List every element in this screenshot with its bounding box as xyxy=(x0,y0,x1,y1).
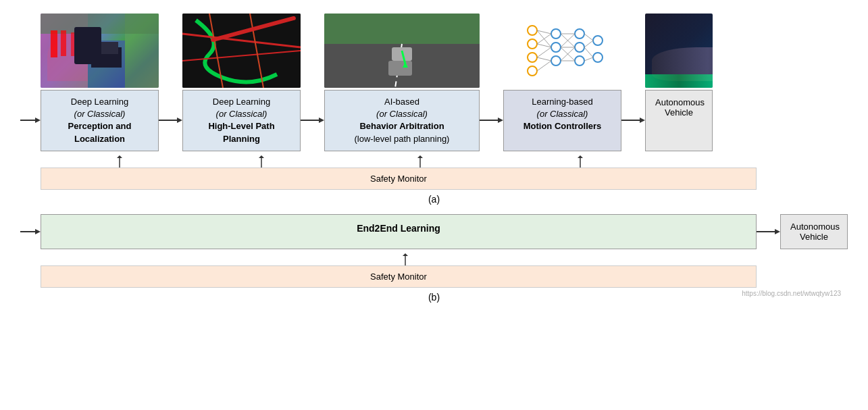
svg-line-47 xyxy=(584,34,593,41)
svg-marker-64 xyxy=(259,155,264,158)
neural-network-svg xyxy=(522,20,603,81)
svg-marker-62 xyxy=(117,155,122,158)
svg-point-30 xyxy=(575,56,584,66)
segmentation-image xyxy=(41,14,159,88)
av-label-a: AutonomousVehicle xyxy=(655,97,703,118)
up-arrow-row-b xyxy=(20,253,848,265)
svg-line-35 xyxy=(537,34,551,44)
svg-line-48 xyxy=(584,41,593,47)
road-image xyxy=(324,14,480,88)
safety-monitor-b: Safety Monitor xyxy=(41,265,757,288)
car-image-col xyxy=(645,14,713,88)
svg-marker-52 xyxy=(35,118,41,123)
map-image-col xyxy=(182,14,301,88)
entry-arrow xyxy=(20,90,41,151)
images-row xyxy=(20,14,848,88)
svg-rect-4 xyxy=(51,30,57,57)
arrow-3-4 xyxy=(480,90,503,151)
process-box-behavior: AI-based (or Classical) Behavior Arbitra… xyxy=(324,90,480,151)
svg-point-27 xyxy=(551,56,561,66)
svg-point-32 xyxy=(593,53,603,62)
arrow-2-3 xyxy=(301,90,324,151)
svg-marker-60 xyxy=(640,118,645,123)
av-box-b: AutonomousVehicle xyxy=(780,214,848,249)
svg-point-21 xyxy=(528,26,537,35)
svg-point-28 xyxy=(575,29,584,39)
section-b: End2End Learning AutonomousVehicle xyxy=(20,214,848,303)
svg-marker-54 xyxy=(177,118,182,123)
svg-rect-14 xyxy=(324,14,480,44)
box4-line2: (or Classical) xyxy=(512,108,613,120)
safety-label-a: Safety Monitor xyxy=(370,174,427,184)
svg-line-38 xyxy=(537,57,551,61)
process-box-path-planning: Deep Learning (or Classical) High-Level … xyxy=(182,90,301,151)
end2end-label: End2End Learning xyxy=(357,223,440,234)
section-a: Deep Learning (or Classical) Perception … xyxy=(20,14,848,205)
svg-rect-6 xyxy=(71,32,76,56)
entry-arrow-b xyxy=(20,214,41,249)
up-arrows-row xyxy=(20,155,848,168)
svg-point-26 xyxy=(551,43,561,52)
svg-marker-70 xyxy=(35,229,41,234)
svg-marker-68 xyxy=(578,155,583,158)
svg-point-24 xyxy=(528,66,537,76)
box1-line1: Deep Learning xyxy=(49,96,150,108)
flow-row-b: End2End Learning AutonomousVehicle xyxy=(20,214,848,249)
box4-line1: Learning-based xyxy=(512,96,613,108)
svg-marker-58 xyxy=(498,118,503,123)
end2end-box: End2End Learning xyxy=(41,214,757,249)
svg-point-25 xyxy=(551,29,561,39)
box3-line4: (low-level path planning) xyxy=(333,133,471,145)
box3-line1: AI-based xyxy=(333,96,471,108)
svg-marker-72 xyxy=(775,229,780,234)
neural-image xyxy=(503,14,621,88)
box1-line4: Localization xyxy=(49,133,150,145)
neural-image-col xyxy=(503,14,621,88)
svg-line-39 xyxy=(537,61,551,71)
box2-line1: Deep Learning xyxy=(191,96,292,108)
road-image-col xyxy=(324,14,480,88)
av-label-b: AutonomousVehicle xyxy=(790,222,838,242)
segmentation-image-col xyxy=(41,14,159,88)
svg-marker-56 xyxy=(319,118,324,123)
box1-line2: (or Classical) xyxy=(49,108,150,120)
svg-rect-18 xyxy=(388,61,412,76)
box3-line2: (or Classical) xyxy=(333,108,471,120)
main-diagram: Deep Learning (or Classical) Perception … xyxy=(20,14,848,303)
svg-marker-74 xyxy=(403,253,408,256)
flow-boxes-row: Deep Learning (or Classical) Perception … xyxy=(20,90,848,151)
car-image xyxy=(645,14,713,88)
svg-point-22 xyxy=(528,39,537,49)
safety-monitor-row-b: Safety Monitor xyxy=(20,265,848,288)
box2-line4: Planning xyxy=(191,133,292,145)
svg-point-31 xyxy=(593,36,603,45)
box2-line3: High-Level Path xyxy=(191,120,292,132)
arrow-e2e-av xyxy=(757,214,780,249)
caption-a: (a) xyxy=(20,194,848,205)
caption-b: (b) xyxy=(20,292,848,303)
box2-line2: (or Classical) xyxy=(191,108,292,120)
safety-label-b: Safety Monitor xyxy=(370,272,427,282)
svg-line-37 xyxy=(537,47,551,57)
box4-line3: Motion Controllers xyxy=(512,120,613,132)
box3-line3: Behavior Arbitration xyxy=(333,120,471,132)
svg-line-50 xyxy=(584,57,593,61)
arrow-1-2 xyxy=(159,90,182,151)
process-box-perception: Deep Learning (or Classical) Perception … xyxy=(41,90,159,151)
svg-line-49 xyxy=(584,47,593,57)
process-box-motion: Learning-based (or Classical) Motion Con… xyxy=(503,90,621,151)
svg-marker-66 xyxy=(417,155,423,158)
svg-rect-8 xyxy=(95,42,118,54)
av-box-a: AutonomousVehicle xyxy=(645,90,713,151)
box1-line3: Perception and xyxy=(49,120,150,132)
svg-rect-3 xyxy=(41,14,159,34)
arrow-4-av xyxy=(621,90,645,151)
watermark: https://blog.csdn.net/wtwqtyw123 xyxy=(742,290,841,297)
svg-point-29 xyxy=(575,43,584,52)
map-image xyxy=(182,14,301,88)
svg-point-23 xyxy=(528,53,537,62)
safety-monitor-a: Safety Monitor xyxy=(41,168,757,190)
svg-rect-5 xyxy=(61,30,66,56)
safety-monitor-row-a: Safety Monitor xyxy=(20,168,848,190)
